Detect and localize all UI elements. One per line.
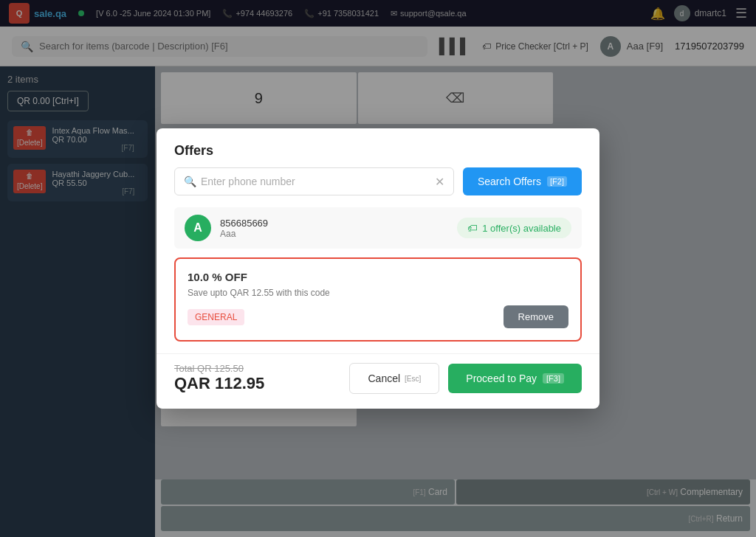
totals: Total QR 125.50 QAR 112.95	[174, 363, 264, 393]
modal-header: Offers	[157, 128, 599, 167]
modal-actions: Cancel [Esc] Proceed to Pay [F3]	[349, 363, 582, 394]
modal-search-row: 🔍 ✕ Search Offers [F2]	[157, 167, 599, 207]
modal-footer: Total QR 125.50 QAR 112.95 Cancel [Esc] …	[157, 353, 599, 409]
modal-cancel-button[interactable]: Cancel [Esc]	[349, 363, 439, 394]
modal-title: Offers	[174, 143, 582, 159]
tag-icon: 🏷	[467, 222, 478, 234]
customer-left: A 856685669 Aaa	[185, 215, 268, 241]
offer-title: 10.0 % OFF	[188, 271, 568, 283]
modal-overlay: Offers 🔍 ✕ Search Offers [F2] A 85668566…	[0, 0, 756, 537]
clear-phone-button[interactable]: ✕	[435, 175, 444, 189]
customer-phone: 856685669	[220, 218, 268, 229]
proceed-to-pay-button[interactable]: Proceed to Pay [F3]	[448, 364, 582, 393]
offer-card: 10.0 % OFF Save upto QAR 12.55 with this…	[174, 257, 582, 342]
modal-search-wrap: 🔍 ✕	[174, 167, 454, 195]
modal-search-icon: 🔍	[184, 176, 196, 187]
remove-offer-button[interactable]: Remove	[504, 305, 568, 328]
total-original: Total QR 125.50	[174, 363, 264, 374]
offer-description: Save upto QAR 12.55 with this code	[188, 288, 568, 298]
offers-badge: 🏷 1 offer(s) available	[457, 218, 571, 238]
offer-tag: GENERAL	[188, 309, 244, 325]
customer-avatar: A	[185, 215, 211, 241]
customer-name: Aaa	[220, 229, 268, 239]
customer-row: A 856685669 Aaa 🏷 1 offer(s) available	[174, 207, 582, 249]
offer-footer: GENERAL Remove	[188, 305, 568, 328]
customer-info: 856685669 Aaa	[220, 218, 268, 239]
total-final: QAR 112.95	[174, 374, 264, 393]
search-offers-button[interactable]: Search Offers [F2]	[463, 167, 582, 195]
offers-modal: Offers 🔍 ✕ Search Offers [F2] A 85668566…	[157, 128, 599, 409]
phone-number-input[interactable]	[201, 168, 435, 195]
